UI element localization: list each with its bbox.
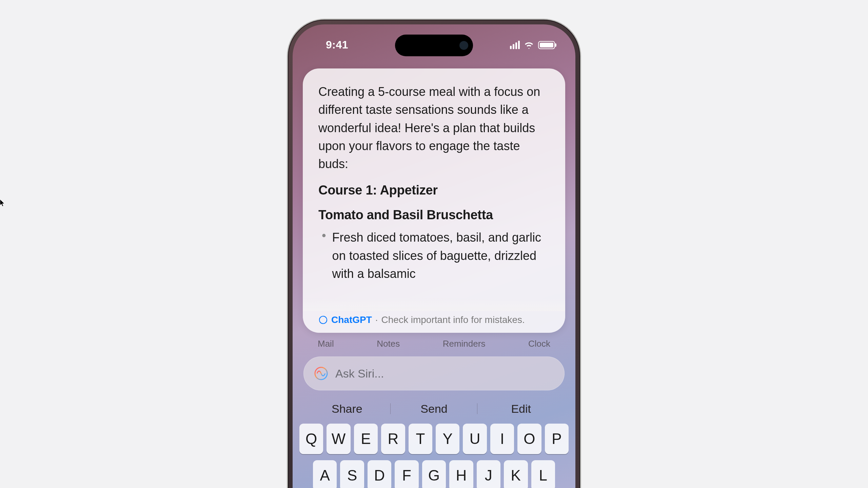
phone-frame: 9:41 Creating a 5-course meal with a foc… bbox=[288, 20, 580, 488]
cellular-icon bbox=[510, 41, 520, 49]
response-intro: Creating a 5-course meal with a focus on… bbox=[318, 83, 550, 173]
key-o[interactable]: O bbox=[517, 424, 541, 454]
siri-input-bar[interactable]: Ask Siri... bbox=[303, 357, 565, 390]
key-g[interactable]: G bbox=[422, 460, 446, 488]
key-d[interactable]: D bbox=[368, 460, 391, 488]
dish-heading: Tomato and Basil Bruschetta bbox=[318, 208, 550, 222]
siri-response-card[interactable]: Creating a 5-course meal with a focus on… bbox=[303, 68, 565, 333]
key-u[interactable]: U bbox=[463, 424, 487, 454]
bullet-text: Fresh diced tomatoes, basil, and garlic … bbox=[332, 228, 550, 283]
key-w[interactable]: W bbox=[327, 424, 350, 454]
app-label-mail: Mail bbox=[318, 339, 334, 349]
key-q[interactable]: Q bbox=[299, 424, 323, 454]
suggestion-send[interactable]: Send bbox=[391, 402, 478, 415]
key-j[interactable]: J bbox=[477, 460, 500, 488]
key-k[interactable]: K bbox=[504, 460, 528, 488]
key-y[interactable]: Y bbox=[436, 424, 459, 454]
key-e[interactable]: E bbox=[354, 424, 378, 454]
suggestion-share[interactable]: Share bbox=[303, 402, 391, 415]
key-p[interactable]: P bbox=[545, 424, 569, 454]
key-r[interactable]: R bbox=[381, 424, 405, 454]
keyboard: Q W E R T Y U I O P A S D F G H J K L bbox=[299, 424, 569, 488]
app-label-reminders: Reminders bbox=[443, 339, 486, 349]
key-i[interactable]: I bbox=[490, 424, 514, 454]
phone-screen: 9:41 Creating a 5-course meal with a foc… bbox=[293, 24, 575, 488]
status-icons-group bbox=[510, 41, 555, 49]
key-a[interactable]: A bbox=[313, 460, 337, 488]
key-t[interactable]: T bbox=[409, 424, 432, 454]
course-heading: Course 1: Appetizer bbox=[318, 183, 550, 198]
suggestion-edit[interactable]: Edit bbox=[477, 402, 565, 415]
key-f[interactable]: F bbox=[395, 460, 418, 488]
source-label: ChatGPT bbox=[331, 314, 372, 325]
keyboard-suggestions: Share Send Edit bbox=[303, 396, 565, 421]
key-row-2: A S D F G H J K L bbox=[299, 460, 569, 488]
battery-icon bbox=[538, 41, 555, 49]
home-app-labels: Mail Notes Reminders Clock bbox=[310, 339, 558, 349]
separator-dot: · bbox=[375, 314, 378, 325]
warning-text: Check important info for mistakes. bbox=[381, 314, 525, 325]
key-h[interactable]: H bbox=[449, 460, 473, 488]
key-l[interactable]: L bbox=[531, 460, 555, 488]
bullet-item: • Fresh diced tomatoes, basil, and garli… bbox=[318, 228, 550, 283]
key-row-1: Q W E R T Y U I O P bbox=[299, 424, 569, 454]
chatgpt-icon bbox=[318, 315, 328, 325]
app-label-notes: Notes bbox=[377, 339, 400, 349]
app-label-clock: Clock bbox=[528, 339, 550, 349]
dynamic-island bbox=[395, 35, 473, 56]
cursor-icon bbox=[0, 199, 5, 207]
bullet-dot-icon: • bbox=[322, 228, 326, 283]
siri-icon bbox=[313, 365, 329, 382]
siri-placeholder: Ask Siri... bbox=[335, 367, 384, 380]
response-attribution: ChatGPT · Check important info for mista… bbox=[318, 314, 550, 325]
fade-overlay bbox=[303, 298, 565, 311]
key-s[interactable]: S bbox=[340, 460, 364, 488]
wifi-icon bbox=[524, 41, 534, 49]
status-time: 9:41 bbox=[326, 39, 348, 51]
